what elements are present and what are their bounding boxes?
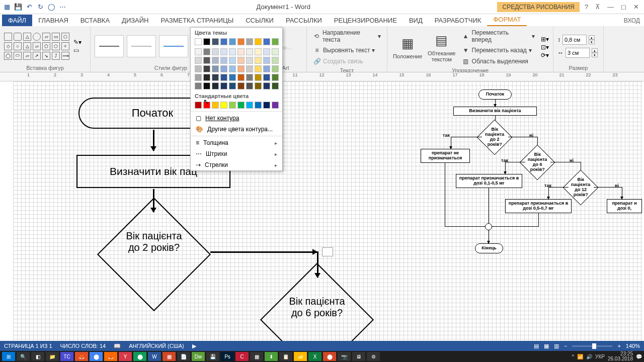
shape-styles-gallery[interactable] — [95, 35, 188, 57]
zoom-slider[interactable] — [572, 345, 612, 347]
language-indicator[interactable]: АНГЛИЙСКИЙ (США) — [129, 343, 184, 349]
shape-decision-1[interactable]: Вік пацієнтадо 2 років? — [114, 214, 194, 295]
cursor-icon: ↖ — [203, 98, 209, 106]
selection-handle[interactable] — [322, 247, 333, 256]
tab-dev[interactable]: РАЗРАБОТЧИК — [429, 15, 488, 26]
shape-decision-2[interactable]: Вік пацієнтадо 6 років? — [277, 280, 357, 342]
tb-app[interactable]: ⬤ — [323, 352, 336, 361]
tab-layout[interactable]: РАЗМЕТКА СТРАНИЦЫ — [155, 15, 240, 26]
tab-mail[interactable]: РАССЫЛКИ — [280, 15, 328, 26]
tb-app[interactable]: C — [235, 352, 249, 361]
sign-in[interactable]: Вход — [618, 15, 644, 26]
theme-shade-swatches[interactable] — [191, 47, 282, 91]
view-print-icon[interactable]: ▦ — [544, 343, 549, 349]
mini-start: Початок — [478, 89, 512, 100]
view-read-icon[interactable]: ▤ — [534, 343, 539, 349]
tab-refs[interactable]: ССЫЛКИ — [239, 15, 280, 26]
tb-app[interactable]: Ps — [221, 352, 234, 361]
bring-forward-button[interactable]: ▲Переместить вперед▾ — [460, 28, 537, 44]
tb-app[interactable]: 💾 — [206, 352, 219, 361]
zoom-out-icon[interactable]: − — [564, 343, 567, 349]
height-input[interactable]: ↕▴▾ — [557, 35, 598, 45]
width-input[interactable]: ↔▴▾ — [557, 48, 598, 58]
tb-app[interactable]: 🖥 — [352, 352, 365, 361]
tb-app[interactable]: 📋 — [279, 352, 292, 361]
tab-format[interactable]: ФОРМАТ — [487, 14, 527, 26]
tb-app[interactable]: ⚙ — [367, 352, 380, 361]
more-colors-item[interactable]: 🎨Другие цвета контура... — [191, 124, 282, 135]
search-icon[interactable]: 🔍 — [17, 352, 30, 361]
tb-app[interactable]: X — [308, 352, 321, 361]
position-button[interactable]: ▦Положение — [391, 30, 424, 65]
tb-app[interactable]: 📄 — [177, 352, 190, 361]
shapes-gallery[interactable]: △▱▭⬡ ◇○△▱⬠⬡✧ ◯⬭▱↗↘⤴⟿ — [4, 33, 69, 60]
connector[interactable] — [210, 251, 317, 253]
tb-app[interactable]: 🦊 — [75, 352, 88, 361]
group-arrange: ▦Положение ▤Обтекание текстом ▲Перемести… — [387, 26, 553, 72]
tab-design[interactable]: ДИЗАЙН — [116, 15, 154, 26]
tb-app[interactable]: ▦ — [163, 352, 176, 361]
page-indicator[interactable]: СТРАНИЦА 1 ИЗ 1 — [4, 343, 52, 349]
edit-shape-icon[interactable]: ✎▾ — [73, 39, 82, 46]
document-title: Документ1 - Word — [69, 3, 497, 11]
no-outline-item[interactable]: ▢Нет контура — [191, 113, 282, 124]
close-icon[interactable]: ✕ — [633, 3, 639, 11]
word-count[interactable]: ЧИСЛО СЛОВ: 14 — [60, 343, 106, 349]
redo-icon[interactable]: ↻ — [36, 3, 44, 11]
taskview-icon[interactable]: ◧ — [31, 352, 44, 361]
tab-file[interactable]: ФАЙЛ — [2, 15, 32, 26]
selection-pane-button[interactable]: ▥Область выделения — [460, 56, 537, 66]
mini-p3: препарат н дозі 0, — [607, 199, 642, 213]
tb-app[interactable]: ▦ — [250, 352, 263, 361]
minimize-icon[interactable]: — — [607, 3, 614, 11]
view-web-icon[interactable]: ▥ — [554, 343, 559, 349]
tb-app[interactable]: 📷 — [338, 352, 351, 361]
restore-icon[interactable]: ◻ — [621, 3, 626, 11]
wrap-text-button[interactable]: ▤Обтекание текстом — [426, 30, 458, 65]
save-icon[interactable]: 💾 — [14, 3, 22, 11]
more-icon[interactable]: ⋯ — [58, 3, 66, 11]
zoom-level[interactable]: 140% — [626, 343, 640, 349]
dashes-item[interactable]: ⋯Штрихи▸ — [191, 148, 282, 159]
tb-app[interactable]: 📁 — [294, 352, 307, 361]
tab-insert[interactable]: ВСТАВКА — [74, 15, 116, 26]
spell-icon[interactable]: 📖 — [114, 343, 121, 349]
tb-app[interactable]: ⬤ — [133, 352, 146, 361]
text-direction-button[interactable]: ⟲Направление текста▾ — [311, 28, 383, 44]
tb-app[interactable]: 🦊 — [104, 352, 117, 361]
tb-app[interactable]: TC — [60, 352, 73, 361]
start-button[interactable]: ⊞ — [2, 352, 15, 361]
window-controls: ? ⊼ — ◻ ✕ — [580, 3, 644, 11]
tb-app[interactable]: 📁 — [46, 352, 59, 361]
tb-word[interactable]: W — [148, 352, 161, 361]
rotate-icon[interactable]: ⟳▾ — [541, 52, 549, 59]
tab-review[interactable]: РЕЦЕНЗИРОВАНИЕ — [328, 15, 403, 26]
document-canvas[interactable]: Початок Визначити вік пац Вік пацієнтадо… — [0, 81, 644, 342]
tb-app[interactable]: Dw — [192, 352, 205, 361]
align-text-button[interactable]: ≡Выровнять текст▾ — [311, 45, 383, 55]
ribbon-collapse-icon[interactable]: ⊼ — [595, 3, 600, 11]
help-icon[interactable]: ? — [585, 3, 588, 11]
tab-view[interactable]: ВИД — [403, 15, 429, 26]
macro-icon[interactable]: ▶ — [192, 343, 196, 349]
system-tray[interactable]: ^📶🔊 УКР 23:2526.03.2018 💬 — [572, 351, 642, 361]
tb-app[interactable]: ⬤ — [90, 352, 103, 361]
undo-icon[interactable]: ↶ — [25, 3, 33, 11]
contextual-tab-label: СРЕДСТВА РИСОВАНИЯ — [497, 2, 579, 12]
quick-access-toolbar: ▦ 💾 ↶ ↻ ◯ ⋯ — [0, 3, 69, 11]
connector[interactable] — [153, 130, 154, 151]
circle-icon[interactable]: ◯ — [47, 3, 55, 11]
weight-item[interactable]: ≡Толщина▸ — [191, 137, 282, 148]
group-icon[interactable]: ⊡▾ — [541, 44, 549, 51]
tab-home[interactable]: ГЛАВНАЯ — [32, 15, 74, 26]
send-backward-button[interactable]: ▼Переместить назад▾ — [460, 45, 537, 55]
zoom-in-icon[interactable]: + — [617, 343, 620, 349]
theme-color-swatches[interactable] — [191, 37, 282, 47]
tb-app[interactable]: Y — [119, 352, 132, 361]
align-icon[interactable]: ⊞▾ — [541, 36, 549, 43]
mini-d1: Вік пацієнта до 2 років? — [477, 120, 513, 155]
textbox-icon[interactable]: ▭ — [73, 47, 82, 54]
arrows-item[interactable]: ⇢Стрелки▸ — [191, 159, 282, 170]
tb-app[interactable]: ⬇ — [265, 352, 278, 361]
mini-pno: препарат не призначається — [421, 149, 470, 163]
